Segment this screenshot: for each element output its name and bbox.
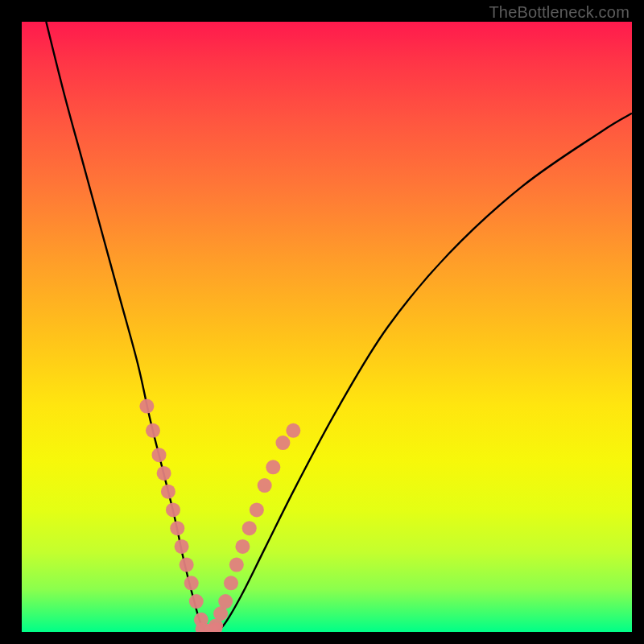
curve-group — [46, 22, 632, 632]
data-marker — [266, 460, 280, 474]
data-marker — [229, 558, 244, 572]
data-marker — [242, 521, 257, 535]
chart-frame: TheBottleneck.com — [0, 0, 644, 644]
data-marker — [166, 502, 180, 517]
data-marker — [275, 436, 290, 450]
data-marker — [180, 558, 194, 572]
data-marker — [152, 448, 167, 462]
bottleneck-curve-path — [46, 22, 632, 632]
data-marker — [146, 423, 160, 438]
data-marker — [235, 539, 250, 554]
data-marker — [218, 594, 233, 609]
data-marker — [224, 576, 238, 590]
data-marker — [161, 485, 175, 499]
data-marker — [139, 399, 154, 414]
watermark-text: TheBottleneck.com — [489, 3, 630, 22]
data-marker — [170, 521, 184, 535]
plot-area — [22, 22, 632, 632]
data-marker — [258, 478, 272, 493]
marker-group — [139, 399, 300, 632]
data-marker — [175, 539, 189, 554]
data-marker — [250, 502, 264, 517]
data-marker — [286, 423, 300, 438]
data-marker — [157, 466, 171, 481]
chart-svg — [22, 22, 632, 632]
data-marker — [184, 576, 199, 590]
data-marker — [189, 594, 204, 609]
